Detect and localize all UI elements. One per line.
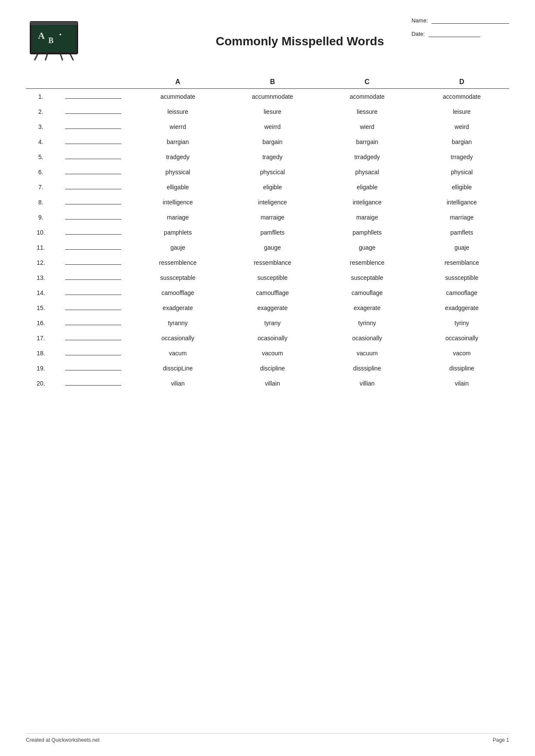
row-number: 4. bbox=[26, 134, 56, 149]
cell-a: gauje bbox=[130, 240, 225, 255]
cell-b: accumnmodate bbox=[225, 89, 320, 104]
svg-line-3 bbox=[60, 54, 63, 60]
row-number: 12. bbox=[26, 255, 56, 270]
answer-blank[interactable] bbox=[65, 319, 121, 325]
row-number: 18. bbox=[26, 345, 56, 361]
answer-blank[interactable] bbox=[65, 259, 121, 265]
col-header-answer bbox=[56, 75, 130, 89]
cell-b: villain bbox=[225, 376, 320, 391]
cell-b: bargain bbox=[225, 134, 320, 149]
table-row: 10.pamphletspamflletspamphlletspamflets bbox=[26, 225, 509, 240]
answer-blank[interactable] bbox=[65, 123, 121, 129]
cell-b: discipline bbox=[225, 361, 320, 376]
page-title: Commonly Misspelled Words bbox=[216, 35, 384, 48]
table-row: 13.sussceptablesusceptiblesusceptablesus… bbox=[26, 270, 509, 285]
answer-cell bbox=[56, 164, 130, 179]
answer-blank[interactable] bbox=[65, 183, 121, 189]
table-row: 8.intelligenceinteligenceinteliganceinte… bbox=[26, 194, 509, 210]
col-header-d: D bbox=[415, 75, 509, 89]
answer-blank[interactable] bbox=[65, 108, 121, 114]
cell-d: elligible bbox=[415, 179, 509, 194]
cell-c: physacal bbox=[320, 164, 414, 179]
row-number: 11. bbox=[26, 240, 56, 255]
cell-a: exadgerate bbox=[130, 300, 225, 315]
cell-c: guage bbox=[320, 240, 414, 255]
table-row: 2.leissureliesureliessureleisure bbox=[26, 104, 509, 119]
cell-d: sussceptible bbox=[415, 270, 509, 285]
answer-blank[interactable] bbox=[65, 364, 121, 370]
footer-left: Created at Quickworksheets.net bbox=[26, 737, 100, 743]
answer-blank[interactable] bbox=[65, 289, 121, 295]
answer-blank[interactable] bbox=[65, 153, 121, 159]
answer-blank[interactable] bbox=[65, 198, 121, 204]
cell-c: disssipline bbox=[320, 361, 414, 376]
answer-blank[interactable] bbox=[65, 334, 121, 340]
answer-cell bbox=[56, 104, 130, 119]
answer-blank[interactable] bbox=[65, 93, 121, 99]
table-row: 3.wierrdweirrdwierdweird bbox=[26, 119, 509, 134]
cell-c: villian bbox=[320, 376, 414, 391]
cell-d: trragedy bbox=[415, 149, 509, 164]
answer-blank[interactable] bbox=[65, 380, 121, 386]
cell-d: vacom bbox=[415, 345, 509, 361]
table-row: 18.vacumvacoumvacuumvacom bbox=[26, 345, 509, 361]
answer-blank[interactable] bbox=[65, 168, 121, 174]
cell-c: exagerate bbox=[320, 300, 414, 315]
row-number: 6. bbox=[26, 164, 56, 179]
cell-c: camouflage bbox=[320, 285, 414, 300]
cell-b: ressemblance bbox=[225, 255, 320, 270]
table-row: 5.tradgedytragedytrradgedytrragedy bbox=[26, 149, 509, 164]
cell-b: camoufflage bbox=[225, 285, 320, 300]
answer-blank[interactable] bbox=[65, 213, 121, 220]
answer-cell bbox=[56, 194, 130, 210]
cell-d: bargian bbox=[415, 134, 509, 149]
answer-blank[interactable] bbox=[65, 138, 121, 144]
cell-c: trradgedy bbox=[320, 149, 414, 164]
svg-line-2 bbox=[45, 54, 47, 60]
row-number: 2. bbox=[26, 104, 56, 119]
table-row: 7.elligableeligibleeligableelligible bbox=[26, 179, 509, 194]
answer-cell bbox=[56, 270, 130, 285]
svg-point-8 bbox=[60, 34, 61, 35]
answer-cell bbox=[56, 134, 130, 149]
col-header-a: A bbox=[130, 75, 225, 89]
answer-cell bbox=[56, 345, 130, 361]
answer-cell bbox=[56, 255, 130, 270]
cell-a: elligable bbox=[130, 179, 225, 194]
cell-c: pamphllets bbox=[320, 225, 414, 240]
row-number: 9. bbox=[26, 210, 56, 225]
row-number: 8. bbox=[26, 194, 56, 210]
row-number: 10. bbox=[26, 225, 56, 240]
answer-cell bbox=[56, 361, 130, 376]
cell-c: wierd bbox=[320, 119, 414, 134]
answer-cell bbox=[56, 240, 130, 255]
cell-d: guaje bbox=[415, 240, 509, 255]
cell-a: tyranny bbox=[130, 315, 225, 330]
answer-blank[interactable] bbox=[65, 349, 121, 355]
cell-d: camooflage bbox=[415, 285, 509, 300]
answer-cell bbox=[56, 210, 130, 225]
answer-blank[interactable] bbox=[65, 229, 121, 235]
name-underline bbox=[431, 18, 509, 24]
cell-c: eligable bbox=[320, 179, 414, 194]
answer-blank[interactable] bbox=[65, 274, 121, 280]
answer-cell bbox=[56, 89, 130, 104]
worksheet-table: A B C D 1.acummodateaccumnmodateacommoda… bbox=[26, 75, 509, 391]
name-line: Name: bbox=[412, 17, 509, 24]
cell-d: exadggerate bbox=[415, 300, 509, 315]
table-row: 15.exadgerateexaggerateexagerateexadgger… bbox=[26, 300, 509, 315]
cell-d: pamflets bbox=[415, 225, 509, 240]
answer-blank[interactable] bbox=[65, 304, 121, 310]
cell-b: inteligence bbox=[225, 194, 320, 210]
cell-d: accommodate bbox=[415, 89, 509, 104]
date-label: Date: bbox=[412, 31, 425, 37]
answer-blank[interactable] bbox=[65, 244, 121, 250]
footer-right: Page 1 bbox=[493, 737, 509, 743]
cell-b: weirrd bbox=[225, 119, 320, 134]
cell-c: ocasionally bbox=[320, 330, 414, 345]
answer-cell bbox=[56, 315, 130, 330]
table-row: 1.acummodateaccumnmodateacommodateaccomm… bbox=[26, 89, 509, 104]
table-row: 11.gaujegaugeguageguaje bbox=[26, 240, 509, 255]
cell-c: inteligance bbox=[320, 194, 414, 210]
footer: Created at Quickworksheets.net Page 1 bbox=[26, 733, 509, 743]
